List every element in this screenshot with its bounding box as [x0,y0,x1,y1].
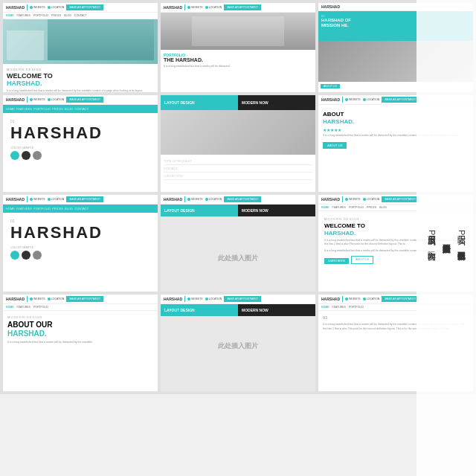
slide3-logo: HARSHAD [321,4,340,9]
slide11-left-label: LAYOUT DESIGN [164,308,195,312]
slide12-nav-portfolio[interactable]: PORTFOLIO [349,306,364,309]
slide7-nav-home[interactable]: HOME [6,207,15,210]
slide11-cta[interactable]: MAKE AN APPOINTMENT [224,296,261,302]
slide4-nav-prices[interactable]: PRICES [52,107,63,111]
slide2-divider [184,4,185,10]
slide1-nav-features[interactable]: FEATURES [17,14,30,17]
slide1-nav-home[interactable]: HOME [6,14,14,17]
slide-about: HARSHAD WEBSITE LOCATION MAKE AN APPOINT… [318,95,473,192]
slide5-left-label: LAYOUT DESIGN [164,100,195,105]
slide3-top: 01 HARSHAD OF MISSION HE. [318,11,473,41]
slide5-right-label: MODERN NOW [242,100,268,105]
slide10-desc: It is a long established fact that a rea… [7,341,153,344]
slide6-divider [342,97,343,103]
slide7-nav-prices[interactable]: PRICES [52,207,63,210]
slide12-nav-features[interactable]: FEATURES [332,306,346,309]
slide10-nav-portfolio[interactable]: PORTFOLIO [33,306,48,309]
slide6-cta[interactable]: MAKE AN APPOINTMENT [382,97,419,103]
slide10-nav-home[interactable]: HOME [6,306,14,309]
slide1-cta[interactable]: MAKE AN APPOINTMENT [66,4,103,10]
slide7-nav-contact[interactable]: CONTACT [74,207,89,210]
slide9-nav-prices[interactable]: PRICES [367,206,376,209]
slide6-body: ABOUT HARSHAD. ★★★★★ It is a long establ… [318,105,473,142]
slide-brand: HARSHAD WEBSITE LOCATION MAKE AN APPOINT… [3,95,158,192]
slide2-cta[interactable]: MAKE AN APPOINTMENT [224,4,261,10]
color-dark [22,151,30,160]
slide1-website: WEBSITE [30,6,45,9]
slide9-cta[interactable]: MAKE AN APPOINTMENT [382,196,419,202]
slide1-title: WELCOME TO HARSHAD. [7,73,154,88]
slide10-logo: HARSHAD [6,297,25,301]
slide9-logo: HARSHAD [321,197,340,202]
slide-layout: LAYOUT DESIGN MODERN NOW TYPE OF REQUEST… [161,95,315,192]
slide-mission: HARSHAD 01 HARSHAD OF MISSION HE. ABOUT … [318,3,473,92]
slide8-left-label: LAYOUT DESIGN [164,208,195,213]
slide9-desc2: It is a long established fact that a rea… [324,249,467,253]
slide10-website: WEBSITE [30,298,45,300]
slide4-divider [27,97,28,103]
slide12-body: 01 It is a long established fact that a … [318,311,473,335]
slide9-website: WEBSITE [345,198,361,201]
slide4-cta[interactable]: MAKE AN APPOINTMENT [66,97,103,103]
slide1-nav-blog[interactable]: BLOG [64,14,71,17]
slide7-body: 02 HARSHAD COLOR SAMPLE [3,213,158,266]
slide4-nav-portfolio[interactable]: PORTFOLIO [33,107,51,111]
slide7-nav-features[interactable]: FEATURES [16,207,32,210]
slide12-cta[interactable]: MAKE AN APPOINTMENT [382,296,419,302]
slide1-logo: HARSHAD [6,5,25,10]
slide10-nav-features[interactable]: FEATURES [17,306,30,309]
slide4-color-label: COLOR SAMPLE [10,146,150,149]
slide9-nav-blog[interactable]: BLOG [379,206,387,209]
slide12-nav-home[interactable]: HOME [321,306,329,309]
slide7-divider [27,196,28,202]
slide9-title: WELCOME TO HARSHAD. [324,222,467,237]
slide7-color-gray [33,251,42,260]
slide8-header: HARSHAD WEBSITE LOCATION MAKE AN APPOINT… [161,195,315,216]
slide8-cta[interactable]: MAKE AN APPOINTMENT [224,196,261,202]
slide12-desc: It is a long established fact that a rea… [323,323,469,331]
slide9-label: MODERN DESIGN [324,217,467,221]
slide1-content: MODERN DESIGN WELCOME TO HARSHAD. It is … [3,64,158,92]
slide1-nav-portfolio[interactable]: PORTFOLIO [33,14,48,17]
slide9-btn1[interactable]: LEARN MORE [324,258,349,264]
slide4-header: HARSHAD WEBSITE LOCATION MAKE AN APPOINT… [3,95,158,105]
slide1-nav-prices[interactable]: PRICES [51,14,61,17]
slide4-nav-home[interactable]: HOME [6,107,15,111]
slide9-header: HARSHAD WEBSITE LOCATION MAKE AN APPOINT… [318,195,473,205]
slide3-btn[interactable]: ABOUT US [321,84,340,89]
slide11-placeholder-wrap: 此处插入图片 [161,316,315,376]
slide4-nav-blog[interactable]: BLOG [65,107,73,111]
slide9-nav-home[interactable]: HOME [321,206,329,209]
slide2-website: WEBSITE [187,6,203,9]
slide6-btn-wrap: ABOUT US [318,142,473,149]
slide10-cta[interactable]: MAKE AN APPOINTMENT [66,296,103,302]
slide7-nav-blog[interactable]: BLOG [65,207,73,210]
slide7-colors [10,251,150,260]
slide1-location: LOCATION [48,6,65,9]
slide11-logo: HARSHAD [164,297,182,301]
slide9-body: MODERN DESIGN WELCOME TO HARSHAD. It is … [318,211,473,270]
slide9-btn2[interactable]: ABOUT US [351,256,373,264]
slide5-field1[interactable]: TYPE OF REQUEST [164,158,312,165]
slide1-nav-contact[interactable]: CONTACT [74,14,87,17]
slide9-nav-features[interactable]: FEATURES [332,206,346,209]
slide8-right-label: MODERN NOW [242,208,268,213]
slide-welcome: HARSHAD WEBSITE LOCATION MAKE AN APPOINT… [318,195,473,292]
slide5-field3[interactable]: COLLECTION [164,173,312,180]
slide5-field2[interactable]: CONTACT [164,165,312,173]
slide7-nav: HOME FEATURES PORTFOLIO PRICES BLOG CONT… [3,205,158,213]
slide4-nav-features[interactable]: FEATURES [16,107,32,111]
slide9-desc1: It is a long established fact that a rea… [324,239,467,247]
slide4-nav-contact[interactable]: CONTACT [74,107,89,111]
slide2-title: THE HARSHAD. [164,57,312,63]
slide7-logo: HARSHAD [6,197,25,202]
slide7-color-label: COLOR SAMPLE [10,245,150,249]
slide11-placeholder-text: 此处插入图片 [218,341,258,351]
slide7-cta[interactable]: MAKE AN APPOINTMENT [66,196,103,202]
slide9-nav-portfolio[interactable]: PORTFOLIO [349,206,364,209]
slide8-placeholder-text: 此处插入图片 [218,254,258,263]
slide7-nav-portfolio[interactable]: PORTFOLIO [33,207,51,210]
slide1-label: MODERN DESIGN [7,68,154,71]
slide1-header: HARSHAD WEBSITE LOCATION MAKE AN APPOINT… [3,3,158,13]
slide6-btn[interactable]: ABOUT US [323,142,347,149]
